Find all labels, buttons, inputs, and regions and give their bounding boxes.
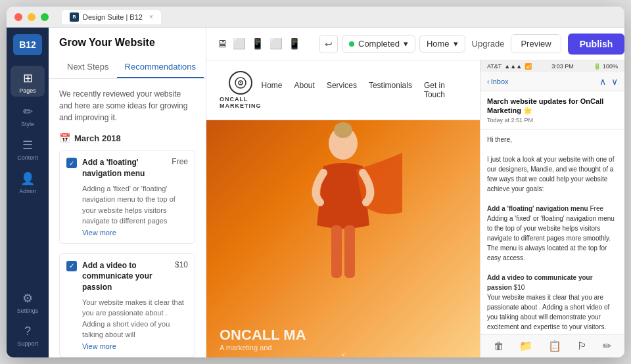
email-bottom-bar: 🗑 📁 📋 🏳 ✏ bbox=[480, 334, 624, 357]
email-panel: AT&T ▲▲▲ 📶 3:03 PM 🔋 100% ‹ bbox=[480, 60, 624, 357]
email-trash-icon[interactable]: 🗑 bbox=[494, 340, 504, 352]
desktop-icon[interactable]: 🖥 bbox=[217, 38, 227, 50]
email-item-1-price: Free bbox=[590, 205, 603, 212]
email-item-1-bold: Add a 'floating' navigation menu bbox=[487, 205, 588, 212]
publish-button[interactable]: Publish bbox=[568, 34, 624, 55]
hero-brand: ONCALL MA bbox=[220, 327, 306, 344]
email-item-2-price: $10 bbox=[514, 284, 525, 291]
sidebar-label-style: Style bbox=[21, 121, 34, 127]
sidebar-logo[interactable]: B12 bbox=[13, 34, 42, 55]
site-logo-icon bbox=[229, 71, 252, 95]
email-subject: March website updates for OnCall Marketi… bbox=[487, 97, 618, 116]
website-preview: ONCALLMARKETING Home About Services Test… bbox=[206, 60, 480, 357]
website-inner: ONCALLMARKETING Home About Services Test… bbox=[206, 60, 480, 357]
checkbox-1[interactable]: ✓ bbox=[66, 158, 77, 168]
site-nav: Home About Services Testimonials Get in … bbox=[262, 81, 467, 99]
status-dropdown[interactable]: Completed ▾ bbox=[342, 35, 415, 53]
support-icon: ? bbox=[24, 325, 31, 338]
inbox-back-button[interactable]: ‹ Inbox bbox=[487, 78, 509, 85]
app-window: B Design Suite | B12 × B12 ⊞ Pages ✏ Sty… bbox=[7, 7, 624, 357]
email-item-1-title: Add a 'floating' navigation menu Free bbox=[487, 204, 618, 214]
tablet-landscape-icon[interactable]: ⬜ bbox=[233, 37, 246, 50]
email-prev-button[interactable]: ∧ bbox=[599, 76, 606, 87]
sidebar-item-settings[interactable]: ⚙ Settings bbox=[11, 286, 45, 317]
site-logo: ONCALLMARKETING bbox=[220, 71, 262, 109]
email-body: Hi there, I just took a look at your web… bbox=[480, 129, 624, 334]
preview-button[interactable]: Preview bbox=[511, 34, 561, 53]
rec-price-1: Free bbox=[172, 157, 188, 166]
status-label: Completed bbox=[358, 39, 400, 49]
top-bar-right: Upgrade Preview Publish bbox=[472, 34, 624, 55]
calendar-icon: 📅 bbox=[59, 133, 70, 143]
style-icon: ✏ bbox=[23, 104, 33, 119]
email-folder-icon[interactable]: 📁 bbox=[519, 340, 532, 352]
rec-price-2: $10 bbox=[175, 260, 188, 269]
panel-title: Grow Your Website bbox=[59, 37, 195, 49]
sidebar-item-support[interactable]: ? Support bbox=[11, 319, 45, 350]
browser-tab[interactable]: B Design Suite | B12 × bbox=[62, 10, 161, 24]
minimize-window-button[interactable] bbox=[28, 13, 35, 21]
tab-favicon: B bbox=[70, 12, 79, 22]
middle-panel: Grow Your Website Next Steps Recommendat… bbox=[49, 28, 206, 357]
section-header: 📅 March 2018 bbox=[59, 133, 195, 143]
inbox-label: Inbox bbox=[491, 78, 509, 85]
close-window-button[interactable] bbox=[14, 13, 22, 21]
panel-header: Grow Your Website Next Steps Recommendat… bbox=[49, 28, 206, 79]
nav-contact[interactable]: Get in Touch bbox=[424, 81, 467, 99]
email-nav-arrows: ∧ ∨ bbox=[599, 76, 618, 87]
sidebar-item-pages[interactable]: ⊞ Pages bbox=[11, 66, 45, 97]
rec-desc-2: Your website makes it clear that you are… bbox=[82, 297, 188, 340]
email-archive-icon[interactable]: 📋 bbox=[548, 340, 561, 352]
tab-title: Design Suite | B12 bbox=[83, 13, 143, 21]
sidebar-item-content[interactable]: ☰ Content bbox=[11, 133, 45, 164]
sidebar-label-settings: Settings bbox=[17, 307, 39, 314]
tab-next-steps[interactable]: Next Steps bbox=[59, 57, 117, 78]
page-label: Home bbox=[427, 39, 450, 49]
signal-icon: ▲▲▲ bbox=[504, 63, 522, 70]
panel-description: We recently reviewed your website and he… bbox=[59, 88, 195, 124]
maximize-window-button[interactable] bbox=[41, 13, 49, 21]
rec-header-1: ✓ Add a 'floating' navigation menu Free bbox=[66, 157, 188, 179]
hero-person-svg bbox=[284, 120, 402, 317]
tab-close-button[interactable]: × bbox=[149, 13, 153, 20]
nav-home[interactable]: Home bbox=[262, 81, 283, 99]
sidebar-item-style[interactable]: ✏ Style bbox=[11, 99, 45, 130]
phone-landscape-icon[interactable]: ⬜ bbox=[269, 37, 283, 50]
sidebar-label-admin: Admin bbox=[19, 188, 36, 194]
view-more-1[interactable]: View more bbox=[82, 229, 188, 237]
email-item-2-bold: Add a video to communicate your passion bbox=[487, 274, 593, 291]
hero-subtitle: A marketing and bbox=[220, 344, 306, 352]
view-more-2[interactable]: View more bbox=[82, 342, 188, 350]
hero-chevron-icon: ˅ bbox=[340, 352, 346, 357]
email-next-button[interactable]: ∨ bbox=[611, 76, 618, 87]
phone-icon[interactable]: 📱 bbox=[288, 37, 301, 50]
nav-services[interactable]: Services bbox=[327, 81, 357, 99]
sidebar-bottom: ⚙ Settings ? Support bbox=[11, 286, 45, 357]
top-bar-controls: ↩ Completed ▾ Home ▾ bbox=[319, 35, 465, 53]
nav-testimonials[interactable]: Testimonials bbox=[369, 81, 412, 99]
phone-status-bar: AT&T ▲▲▲ 📶 3:03 PM 🔋 100% bbox=[480, 60, 624, 72]
page-dropdown[interactable]: Home ▾ bbox=[419, 35, 465, 53]
sidebar-nav: ⊞ Pages ✏ Style ☰ Content 👤 Admin bbox=[11, 66, 45, 286]
checkbox-2[interactable]: ✓ bbox=[66, 261, 77, 271]
tab-recommendations[interactable]: Recommendations bbox=[117, 57, 204, 78]
sidebar-item-admin[interactable]: 👤 Admin bbox=[11, 166, 45, 197]
sidebar-label-pages: Pages bbox=[19, 87, 36, 94]
undo-button[interactable]: ↩ bbox=[319, 35, 338, 53]
email-item-2-body: Your website makes it clear that you are… bbox=[487, 292, 618, 332]
app-body: B12 ⊞ Pages ✏ Style ☰ Content 👤 Admin bbox=[7, 28, 624, 357]
browser-tab-bar: B Design Suite | B12 × bbox=[62, 10, 161, 24]
nav-about[interactable]: About bbox=[294, 81, 315, 99]
site-logo-text: ONCALLMARKETING bbox=[220, 96, 262, 109]
wifi-icon: 📶 bbox=[525, 63, 532, 70]
email-reply-icon[interactable]: ✏ bbox=[603, 340, 611, 352]
email-flag-icon[interactable]: 🏳 bbox=[577, 340, 588, 352]
titlebar: B Design Suite | B12 × bbox=[7, 7, 624, 28]
upgrade-button[interactable]: Upgrade bbox=[472, 39, 505, 49]
sidebar-label-content: Content bbox=[17, 154, 38, 161]
tablet-icon[interactable]: 📱 bbox=[251, 37, 264, 50]
recommendation-item-1: ✓ Add a 'floating' navigation menu Free … bbox=[59, 150, 195, 244]
panel-tabs: Next Steps Recommendations bbox=[59, 57, 195, 78]
rec-title-2: Add a video to communicate your passion bbox=[82, 260, 167, 293]
sidebar: B12 ⊞ Pages ✏ Style ☰ Content 👤 Admin bbox=[7, 28, 49, 357]
